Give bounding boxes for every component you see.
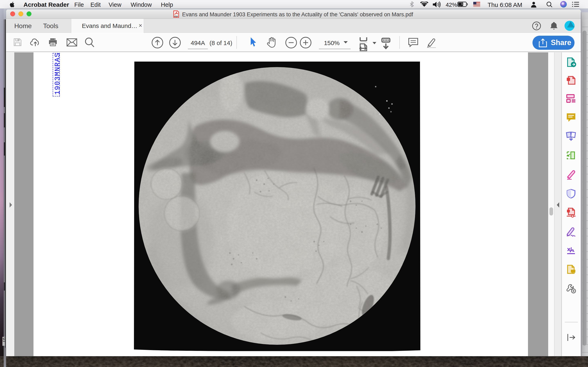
svg-text:1903MNRAS: 1903MNRAS: [53, 53, 62, 95]
svg-text:PDF: PDF: [174, 15, 178, 17]
